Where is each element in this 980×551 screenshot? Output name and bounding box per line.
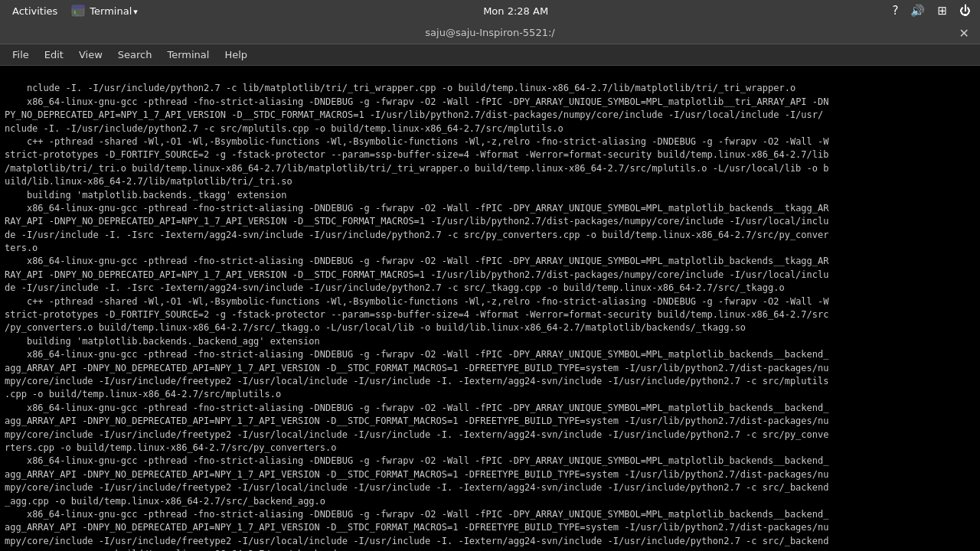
top-system-bar: Activities $_ Terminal Mon 2:28 AM ? 🔊 ⊞… [0,0,980,21]
system-menu-icon[interactable]: ⊞ [934,2,950,19]
terminal-app-menu[interactable]: $_ Terminal [67,2,142,19]
close-button[interactable]: ✕ [955,24,974,41]
svg-rect-2 [72,7,84,8]
menu-view[interactable]: View [73,47,109,63]
window-title: saju@saju-Inspiron-5521:/ [425,27,554,38]
activities-button[interactable]: Activities [6,4,64,18]
terminal-menu-chevron [133,5,138,17]
title-bar: saju@saju-Inspiron-5521:/ ✕ [0,21,980,44]
svg-text:$_: $_ [74,9,80,15]
menu-help[interactable]: Help [218,47,253,63]
menu-search[interactable]: Search [112,47,158,63]
menu-file[interactable]: File [6,47,35,63]
top-bar-clock: Mon 2:28 AM [483,5,548,17]
terminal-output[interactable]: nclude -I. -I/usr/include/python2.7 -c l… [0,66,980,551]
terminal-menu-label: Terminal [90,5,132,17]
top-bar-right: ? 🔊 ⊞ ⏻ [889,2,974,19]
menu-edit[interactable]: Edit [38,47,70,63]
top-bar-left: Activities $_ Terminal [6,2,142,19]
power-icon[interactable]: ⏻ [956,2,974,19]
terminal-window: saju@saju-Inspiron-5521:/ ✕ File Edit Vi… [0,21,980,551]
help-icon[interactable]: ? [889,2,901,19]
terminal-text: nclude -I. -I/usr/include/python2.7 -c l… [5,83,828,551]
volume-icon[interactable]: 🔊 [907,2,928,19]
menu-bar: File Edit View Search Terminal Help [0,44,980,66]
terminal-icon: $_ [71,4,85,18]
menu-terminal[interactable]: Terminal [161,47,215,63]
